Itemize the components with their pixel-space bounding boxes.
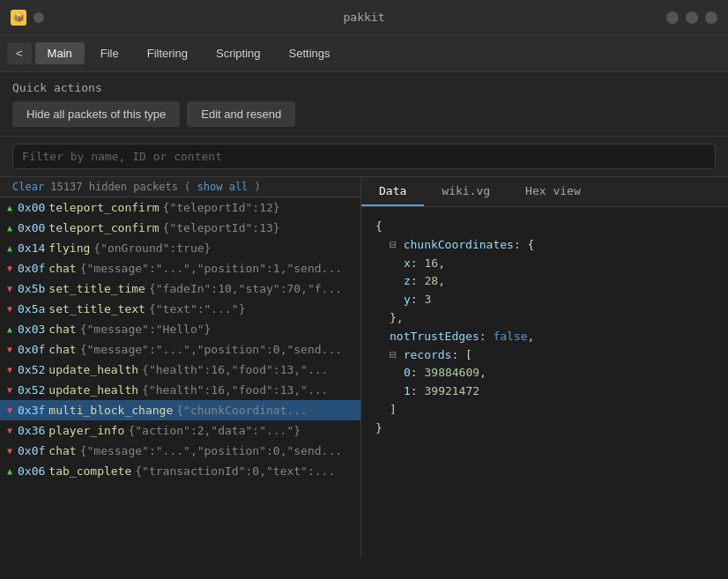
maximize-button[interactable]: [686, 11, 698, 24]
packet-id: 0x5b: [18, 282, 45, 295]
app-icon: 📦: [11, 10, 26, 26]
arrow-up-icon: ▲: [7, 243, 12, 253]
table-row[interactable]: ▲ 0x03 chat {"message":"Hello"}: [0, 319, 360, 339]
arrow-up-icon: ▲: [7, 203, 12, 212]
arrow-down-icon: ▼: [7, 446, 12, 456]
close-button[interactable]: [705, 11, 717, 24]
table-row[interactable]: ▲ 0x14 flying {"onGround":true}: [0, 238, 360, 258]
table-row[interactable]: ▼ 0x0f chat {"message":"...","position":…: [0, 339, 360, 360]
tab-file[interactable]: File: [88, 42, 131, 64]
arrow-down-icon: ▼: [7, 304, 12, 314]
collapse-records-icon[interactable]: ⊟: [390, 348, 397, 361]
tab-hex[interactable]: Hex view: [508, 177, 598, 206]
packet-id: 0x06: [18, 464, 45, 478]
quick-action-buttons: Hide all packets of this type Edit and r…: [12, 101, 716, 127]
arrow-down-icon: ▼: [7, 405, 12, 415]
quick-actions-title: Quick actions: [12, 81, 716, 94]
packet-id: 0x14: [18, 241, 45, 255]
packet-name: update_health: [48, 383, 138, 397]
packet-id: 0x0f: [18, 343, 45, 356]
packet-name: chat: [48, 444, 76, 457]
title-bar-left: 📦: [11, 10, 44, 26]
edit-resend-button[interactable]: Edit and resend: [187, 101, 295, 127]
packet-content: {"message":"Hello"}: [80, 323, 212, 336]
packet-content: {"health":16,"food":13,"...: [142, 363, 328, 376]
table-row[interactable]: ▲ 0x00 teleport_confirm {"teleportId":12…: [0, 197, 360, 218]
packet-name: chat: [48, 343, 76, 356]
arrow-down-icon: ▼: [7, 426, 12, 435]
packet-content: {"health":16,"food":13,"...: [142, 383, 328, 397]
packet-name: chat: [48, 323, 76, 336]
packet-content: {"teleportId":13}: [163, 221, 280, 234]
table-row[interactable]: ▲ 0x06 tab_complete {"transactionId":0,"…: [0, 461, 360, 481]
tab-settings[interactable]: Settings: [277, 42, 343, 64]
table-row[interactable]: ▼ 0x36 player_info {"action":2,"data":".…: [0, 420, 360, 441]
close-dot[interactable]: [33, 12, 44, 23]
packet-id: 0x3f: [18, 404, 45, 417]
table-row[interactable]: ▼ 0x52 update_health {"health":16,"food"…: [0, 380, 360, 400]
table-row[interactable]: ▼ 0x0f chat {"message":"...","position":…: [0, 258, 360, 278]
tab-main[interactable]: Main: [35, 42, 85, 64]
arrow-down-icon: ▼: [7, 365, 12, 375]
minimize-button[interactable]: [666, 11, 679, 24]
table-row[interactable]: ▼ 0x3f multi_block_change {"chunkCoordin…: [0, 400, 360, 420]
packet-content: {"message":"...","position":1,"send...: [80, 262, 342, 275]
clear-link[interactable]: Clear: [12, 181, 44, 193]
hidden-count: 15137 hidden packets (: [50, 181, 190, 193]
packet-name: set_title_time: [48, 282, 145, 295]
right-panel: Data wiki.vg Hex view { ⊟ chunkCoordinat…: [361, 177, 728, 557]
packet-id: 0x0f: [18, 444, 45, 457]
filter-bar: [0, 137, 728, 177]
packet-id: 0x0f: [18, 262, 45, 275]
table-row[interactable]: ▼ 0x5a set_title_text {"text":"..."}: [0, 299, 360, 319]
arrow-down-icon: ▼: [7, 345, 12, 354]
packet-content: {"fadeIn":10,"stay":70,"f...: [149, 282, 342, 295]
packet-content: {"text":"..."}: [149, 302, 246, 315]
packet-name: player_info: [48, 424, 124, 437]
packet-name: teleport_confirm: [48, 201, 159, 214]
window-title: pakkit: [344, 11, 385, 24]
tab-scripting[interactable]: Scripting: [204, 42, 273, 64]
back-button[interactable]: <: [7, 42, 32, 64]
nav-bar: < Main File Filtering Scripting Settings: [0, 35, 728, 72]
show-all-link[interactable]: show all: [197, 181, 249, 193]
packet-content: {"transactionId":0,"text":...: [135, 464, 335, 478]
packet-id: 0x00: [18, 221, 45, 234]
packet-content: {"chunkCoordinat...: [176, 404, 308, 417]
packet-id: 0x03: [18, 323, 45, 336]
packet-name: tab_complete: [48, 464, 131, 478]
packet-name: teleport_confirm: [48, 221, 159, 234]
packet-name: chat: [48, 262, 76, 275]
packet-content: {"teleportId":12}: [163, 201, 280, 214]
table-row[interactable]: ▼ 0x0f chat {"message":"...","position":…: [0, 441, 360, 461]
arrow-up-icon: ▲: [7, 324, 12, 334]
panel-tabs: Data wiki.vg Hex view: [361, 177, 728, 207]
hidden-packets-bar: Clear 15137 hidden packets ( show all ): [0, 177, 360, 197]
packet-name: update_health: [48, 363, 138, 376]
arrow-down-icon: ▼: [7, 264, 12, 273]
packet-content: {"action":2,"data":"..."}: [128, 424, 301, 437]
packet-name: flying: [48, 241, 90, 255]
packet-name: multi_block_change: [48, 404, 173, 417]
close-paren: ): [255, 181, 261, 193]
tab-filtering[interactable]: Filtering: [135, 42, 200, 64]
json-content: { ⊟ chunkCoordinates: { x: 16, z: 28, y:…: [361, 207, 728, 557]
table-row[interactable]: ▼ 0x52 update_health {"health":16,"food"…: [0, 360, 360, 380]
packet-id: 0x36: [18, 424, 45, 437]
arrow-up-icon: ▲: [7, 223, 12, 233]
packet-id: 0x5a: [18, 302, 45, 315]
packet-id: 0x52: [18, 383, 45, 397]
arrow-up-icon: ▲: [7, 466, 12, 476]
packet-content: {"message":"...","position":0,"send...: [80, 343, 342, 356]
hide-packets-button[interactable]: Hide all packets of this type: [12, 101, 180, 127]
tab-wiki[interactable]: wiki.vg: [424, 177, 508, 206]
collapse-icon[interactable]: ⊟: [390, 238, 397, 251]
packet-content: {"onGround":true}: [93, 241, 211, 255]
table-row[interactable]: ▲ 0x00 teleport_confirm {"teleportId":13…: [0, 218, 360, 238]
tab-data[interactable]: Data: [361, 177, 424, 206]
arrow-down-icon: ▼: [7, 284, 12, 293]
filter-input[interactable]: [12, 144, 716, 169]
packet-list: ▲ 0x00 teleport_confirm {"teleportId":12…: [0, 197, 360, 557]
main-content: Clear 15137 hidden packets ( show all ) …: [0, 177, 728, 557]
table-row[interactable]: ▼ 0x5b set_title_time {"fadeIn":10,"stay…: [0, 278, 360, 299]
